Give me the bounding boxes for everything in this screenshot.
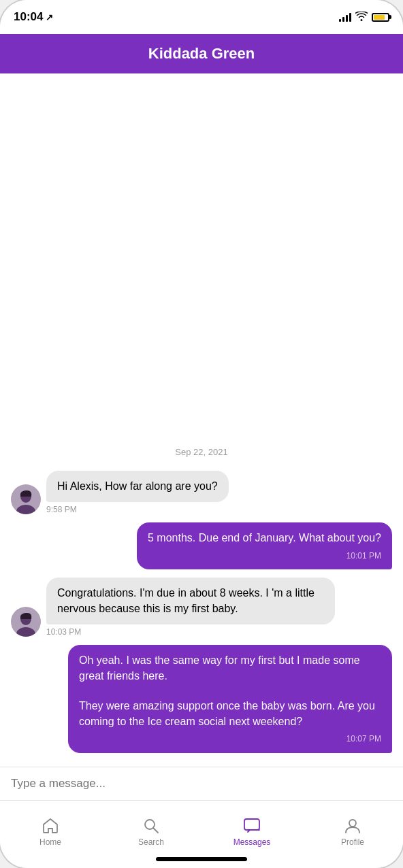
signal-icon [339,12,351,22]
message-row: Hi Alexis, How far along are you? 9:58 P… [11,471,229,514]
svg-point-9 [349,820,356,827]
chat-spacer [11,87,392,428]
home-icon [42,817,59,835]
nav-label-profile: Profile [341,837,364,847]
status-icons [339,12,389,23]
status-bar: 10:04 ↗ [0,0,403,34]
nav-label-messages: Messages [233,837,271,847]
avatar [11,484,41,514]
message-row: Congratulations. I'm due in about 8 week… [11,578,335,637]
bubble-container: Hi Alexis, How far along are you? 9:58 P… [46,471,229,514]
message-bubble: Hi Alexis, How far along are you? [46,471,229,502]
nav-item-messages[interactable]: Messages [202,812,302,847]
svg-line-7 [154,828,159,833]
message-text: Congratulations. I'm due in about 8 week… [57,587,315,614]
date-divider: Sep 22, 2021 [11,447,392,457]
message-row: 5 months. Due end of January. What about… [137,522,392,569]
navigation-icon: ↗ [46,12,53,22]
message-time: 10:07 PM [79,733,381,745]
nav-item-search[interactable]: Search [101,812,202,847]
svg-rect-8 [244,819,259,830]
message-bubble: Oh yeah. I was the same way for my first… [68,645,392,753]
message-text: Oh yeah. I was the same way for my first… [79,654,375,727]
message-text: 5 months. Due end of January. What about… [148,532,381,544]
wifi-icon [355,12,368,23]
nav-item-profile[interactable]: Profile [302,812,403,847]
status-time: 10:04 ↗ [14,10,53,24]
bubble-container: Oh yeah. I was the same way for my first… [68,645,392,753]
nav-item-home[interactable]: Home [0,812,101,847]
messages-icon [243,817,261,835]
chat-area[interactable]: Sep 22, 2021 Hi Alexis, How far along ar… [0,73,403,767]
bubble-container: Congratulations. I'm due in about 8 week… [46,578,335,637]
chat-title: Kiddada Green [148,45,255,62]
nav-label-home: Home [39,837,61,847]
message-bubble: 5 months. Due end of January. What about… [137,522,392,569]
battery-icon [372,13,389,22]
message-bubble: Congratulations. I'm due in about 8 week… [46,578,335,624]
message-input-area[interactable] [0,767,403,800]
message-text: Hi Alexis, How far along are you? [57,480,218,492]
profile-icon [344,817,361,835]
home-indicator [156,857,247,861]
chat-header: Kiddada Green [0,34,403,73]
nav-label-search: Search [138,837,164,847]
message-time: 10:01 PM [148,550,381,562]
message-time: 9:58 PM [46,505,229,514]
message-input[interactable] [11,777,392,790]
avatar [11,607,41,637]
time-label: 10:04 [14,10,43,24]
phone-container: 10:04 ↗ [0,0,403,868]
search-icon [142,817,160,835]
message-row: Oh yeah. I was the same way for my first… [68,645,392,753]
message-time: 10:03 PM [46,627,335,637]
bubble-container: 5 months. Due end of January. What about… [137,522,392,569]
